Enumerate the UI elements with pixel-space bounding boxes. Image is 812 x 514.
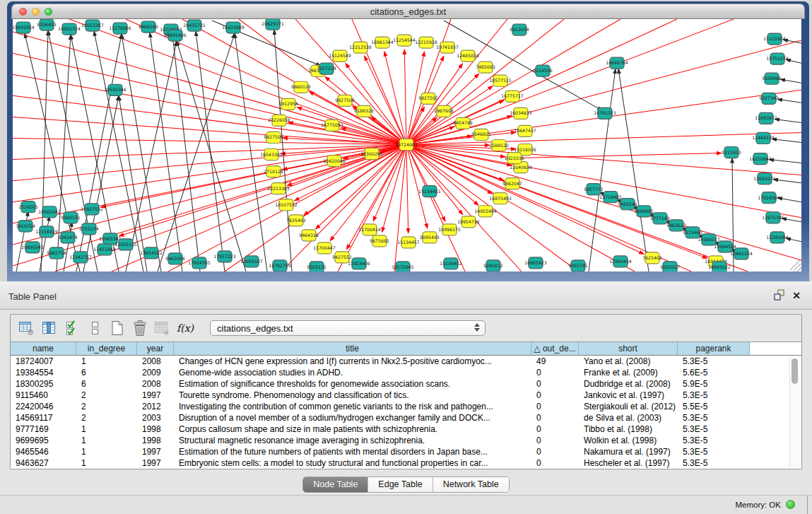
select-all-icon[interactable]: [63, 319, 81, 337]
node-label: 7857224: [317, 66, 336, 71]
panel-title: Table Panel: [8, 291, 57, 302]
cell-in-degree: 6: [76, 378, 137, 390]
node-label: 11927532: [81, 206, 103, 211]
cell-out-de-: 0: [531, 446, 579, 457]
column-header-title[interactable]: title: [174, 342, 531, 355]
network-edge: [177, 41, 246, 271]
table-row[interactable]: 1830029562008Estimation of significance …: [11, 378, 801, 390]
table-row[interactable]: 969969511998Structural magnetic resonanc…: [11, 435, 801, 446]
memory-status-label: Memory: OK: [735, 501, 781, 509]
column-header-pagerank[interactable]: pagerank: [678, 342, 750, 355]
tab-network-table[interactable]: Network Table: [433, 477, 509, 492]
node-label: 16875493: [489, 196, 512, 201]
node-label: 14055724: [58, 26, 81, 31]
scrollbar-thumb[interactable]: [792, 358, 798, 384]
cell-out-de-: 0: [531, 378, 579, 390]
node-label: 11254544: [393, 37, 416, 42]
network-edge: [406, 64, 463, 145]
node-label: 9560151: [61, 215, 81, 220]
table-panel-header[interactable]: Table Panel ✕: [0, 281, 812, 310]
memory-status-indicator: [786, 500, 795, 509]
table-row[interactable]: 911546021997Tourette syndrome. Phenomeno…: [11, 390, 801, 401]
node-label: 22040639: [510, 165, 532, 170]
tab-edge-table[interactable]: Edge Table: [368, 477, 433, 492]
table-selector-dropdown[interactable]: citations_edges.txt: [210, 320, 486, 336]
network-edge: [406, 19, 620, 144]
node-label: 15751074: [766, 56, 789, 61]
node-label: 10575945: [392, 264, 414, 269]
cell-out-de-: 0: [531, 424, 579, 435]
node-label: 9827505: [418, 95, 438, 100]
cell-name: 9465546: [11, 446, 76, 457]
cell-title: Embryonic stem cells: a model to study s…: [174, 457, 531, 469]
cell-year: 2009: [137, 367, 174, 378]
cell-title: Changes of HCN gene expression and I(f) …: [174, 356, 531, 367]
node-label: 9215953: [722, 150, 741, 155]
node-label: 7625402: [642, 255, 662, 260]
network-canvas[interactable]: 1872400774638228660128591295423226058982…: [13, 19, 801, 271]
node-label: 13718485: [599, 194, 622, 199]
network-window-titlebar[interactable]: citations_edges.txt: [11, 4, 805, 19]
column-header-short[interactable]: short: [579, 342, 678, 355]
node-label: 12093872: [755, 115, 777, 120]
cell-short: Stergiakouli et al. (2012): [579, 401, 678, 412]
cell-year: 1997: [137, 390, 174, 401]
table-row[interactable]: 946554611997Estimation of the future num…: [11, 446, 801, 457]
column-header-in-degree[interactable]: in_degree: [76, 342, 137, 355]
network-edge: [13, 144, 406, 201]
column-header-name[interactable]: name: [11, 342, 76, 355]
node-label: 2967608: [434, 108, 454, 113]
network-edge: [769, 160, 801, 163]
cell-year: 1997: [137, 446, 174, 457]
table-settings-icon[interactable]: ⚙: [18, 319, 36, 337]
node-label: 9218506: [533, 68, 553, 73]
node-label: 9862047: [502, 181, 522, 186]
node-label: 9857771: [584, 187, 604, 192]
close-panel-icon[interactable]: ✕: [792, 290, 801, 301]
cell-in-degree: 2: [76, 390, 137, 401]
cell-name: 19384554: [11, 367, 76, 378]
network-edge: [69, 19, 406, 144]
node-label: 8755274: [79, 226, 99, 231]
node-label: 9675685: [370, 238, 389, 243]
cell-name: 9699695: [11, 435, 76, 446]
node-label: 12215928: [415, 40, 437, 45]
network-edge: [777, 99, 801, 103]
cell-pagerank: 5.3E-5: [678, 424, 750, 435]
network-graph[interactable]: 1872400774638228660128591295423226058982…: [13, 19, 801, 271]
cell-name: 22420046: [11, 401, 76, 412]
node-label: 16034633: [510, 110, 532, 115]
show-column-icon[interactable]: [40, 319, 59, 337]
deselect-all-icon[interactable]: [86, 319, 104, 337]
table-row[interactable]: 2242004622012Investigating the contribut…: [11, 401, 801, 412]
cell-name: 18300295: [11, 378, 76, 390]
delete-table-icon[interactable]: [131, 319, 149, 337]
cell-pagerank: 5.6E-5: [678, 367, 750, 378]
table-vertical-scrollbar[interactable]: [789, 357, 799, 467]
new-table-icon[interactable]: [108, 319, 126, 337]
float-panel-icon[interactable]: [773, 289, 785, 301]
node-label: 9827506: [264, 134, 283, 139]
node-label: 9505135: [307, 264, 326, 269]
application-window: citations_edges.txt 18724007746382286601…: [0, 0, 812, 514]
function-builder-icon[interactable]: f(x): [176, 319, 194, 337]
node-label: 8095493: [420, 235, 440, 240]
node-label: 14955494: [474, 209, 497, 214]
column-header-year[interactable]: year: [137, 342, 174, 355]
node-label: 16210643: [749, 156, 772, 161]
node-label: 9462094: [165, 256, 185, 261]
column-header-out-de-[interactable]: △ out_de...: [531, 342, 579, 355]
node-label: 16945022: [708, 264, 731, 269]
table-row[interactable]: 946362711997Embryonic stem cells: a mode…: [11, 457, 801, 469]
table-row[interactable]: 977716911998Corpus callosum shape and si…: [11, 424, 801, 435]
node-label: 10647437: [514, 128, 536, 133]
node-label: 13954502: [140, 250, 163, 255]
tab-node-table[interactable]: Node Table: [303, 477, 368, 492]
cell-title: Estimation of significance thresholds fo…: [174, 378, 531, 390]
table-row[interactable]: 1456911722003Disruption of a novel membe…: [11, 412, 801, 424]
node-label: 10565042: [38, 209, 61, 214]
canvas-resize-grip[interactable]: [790, 260, 801, 271]
table-row[interactable]: 1872400712008Changes of HCN gene express…: [11, 356, 801, 367]
cell-pagerank: 5.3E-5: [678, 412, 750, 424]
table-row[interactable]: 1938455462009Genome-wide association stu…: [11, 367, 801, 378]
